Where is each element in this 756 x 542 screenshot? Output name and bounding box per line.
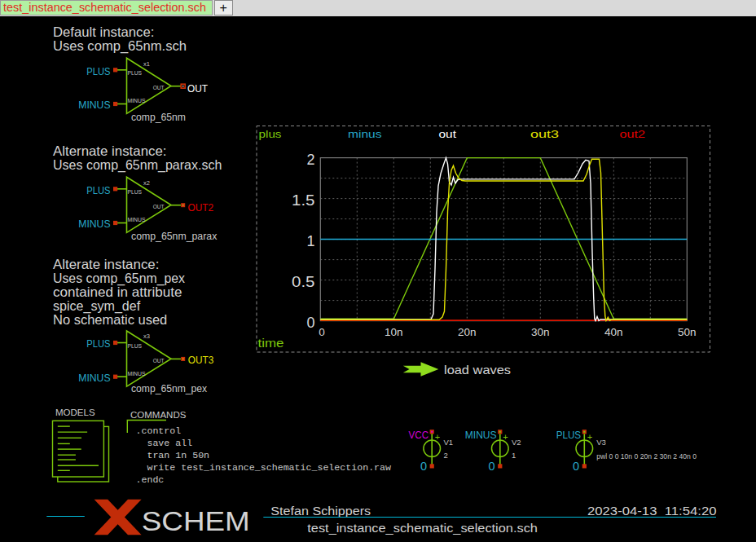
svg-text:0: 0: [420, 460, 427, 473]
svg-text:PLUS: PLUS: [86, 337, 110, 350]
svg-text:MINUS: MINUS: [78, 372, 111, 384]
svg-text:MINUS: MINUS: [128, 370, 146, 377]
svg-text:1: 1: [512, 451, 516, 460]
svg-text:MINUS: MINUS: [128, 97, 146, 104]
svg-text:PLUS: PLUS: [86, 184, 110, 196]
svg-text:x1: x1: [143, 60, 150, 68]
svg-text:PLUS: PLUS: [128, 69, 143, 77]
svg-text:MODELS: MODELS: [55, 408, 95, 417]
svg-text:test_instance_schematic_select: test_instance_schematic_selection.sch: [3, 1, 206, 14]
svg-text:COMMANDS: COMMANDS: [130, 410, 187, 420]
svg-text:.endc: .endc: [136, 474, 165, 485]
svg-text:comp_65nm_parax: comp_65nm_parax: [131, 231, 218, 242]
svg-text:tran 1n 50n: tran 1n 50n: [136, 450, 210, 460]
svg-text:test_instance_schematic_select: test_instance_schematic_selection.sch: [307, 521, 538, 535]
svg-text:Uses comp_65nm_parax.sch: Uses comp_65nm_parax.sch: [53, 157, 222, 173]
svg-text:Alternate instance:: Alternate instance:: [53, 143, 167, 158]
svg-text:write test_instance_schematic_: write test_instance_schematic_selection.…: [136, 462, 392, 473]
svg-text:comp_65nm_pex: comp_65nm_pex: [131, 383, 208, 394]
svg-text:10n: 10n: [385, 326, 403, 338]
svg-text:V1: V1: [443, 438, 453, 447]
svg-text:pwl 0 0 10n 0 20n 2 30n 2 40n: pwl 0 0 10n 0 20n 2 30n 2 40n 0: [596, 452, 697, 460]
svg-text:+: +: [220, 1, 227, 15]
svg-text:40n: 40n: [604, 326, 623, 338]
svg-text:Stefan Schippers: Stefan Schippers: [270, 505, 371, 518]
svg-text:2: 2: [306, 152, 314, 168]
svg-text:V3: V3: [596, 438, 606, 447]
svg-text:save all: save all: [136, 438, 193, 448]
svg-text:30n: 30n: [531, 326, 550, 338]
svg-text:OUT: OUT: [153, 84, 165, 91]
svg-text:OUT: OUT: [153, 203, 165, 210]
svg-text:0: 0: [319, 326, 325, 338]
svg-text:load waves: load waves: [444, 363, 511, 377]
svg-text:+: +: [503, 432, 508, 442]
svg-text:SCHEM: SCHEM: [142, 506, 250, 536]
svg-text:PLUS: PLUS: [86, 65, 110, 77]
svg-text:x2: x2: [143, 179, 150, 187]
svg-text:0: 0: [306, 315, 314, 331]
svg-text:OUT3: OUT3: [188, 354, 213, 366]
svg-text:2: 2: [443, 451, 447, 460]
svg-text:OUT: OUT: [153, 357, 165, 364]
svg-text:time: time: [258, 337, 284, 350]
svg-text:+: +: [435, 432, 440, 442]
svg-text:Default instance:: Default instance:: [53, 24, 154, 39]
svg-text:PLUS: PLUS: [128, 342, 143, 350]
svg-text:20n: 20n: [458, 326, 477, 338]
svg-text:MINUS: MINUS: [78, 99, 111, 111]
svg-text:+: +: [587, 432, 592, 442]
svg-text:plus: plus: [259, 128, 282, 140]
svg-text:out: out: [439, 128, 457, 140]
svg-text:0.5: 0.5: [292, 274, 315, 290]
svg-text:OUT: OUT: [187, 82, 208, 95]
svg-text:Alterate instance:: Alterate instance:: [53, 257, 159, 271]
svg-text:minus: minus: [348, 128, 382, 140]
svg-text:V2: V2: [512, 438, 521, 447]
svg-text:0: 0: [573, 460, 579, 473]
svg-text:0: 0: [489, 460, 495, 473]
svg-text:MINUS: MINUS: [465, 429, 497, 441]
svg-text:x3: x3: [143, 333, 150, 340]
svg-text:1.5: 1.5: [292, 192, 315, 209]
svg-text:.control: .control: [136, 425, 182, 436]
svg-text:OUT2: OUT2: [188, 201, 214, 214]
svg-text:PLUS: PLUS: [556, 429, 581, 441]
svg-text:MINUS: MINUS: [128, 216, 146, 223]
svg-text:Uses comp_65nm.sch: Uses comp_65nm.sch: [53, 38, 187, 54]
svg-text:VCC: VCC: [409, 429, 429, 441]
svg-text:MINUS: MINUS: [78, 218, 111, 230]
svg-text:No schematic used: No schematic used: [53, 312, 167, 327]
svg-text:contained in attribute: contained in attribute: [53, 284, 182, 299]
svg-text:1: 1: [306, 233, 314, 249]
svg-text:comp_65nm: comp_65nm: [131, 112, 186, 123]
svg-text:out2: out2: [620, 128, 646, 140]
svg-text:PLUS: PLUS: [128, 188, 143, 196]
svg-text:2023-04-13 11:54:20: 2023-04-13 11:54:20: [587, 505, 717, 518]
svg-text:out3: out3: [530, 128, 559, 140]
svg-text:50n: 50n: [678, 326, 697, 338]
